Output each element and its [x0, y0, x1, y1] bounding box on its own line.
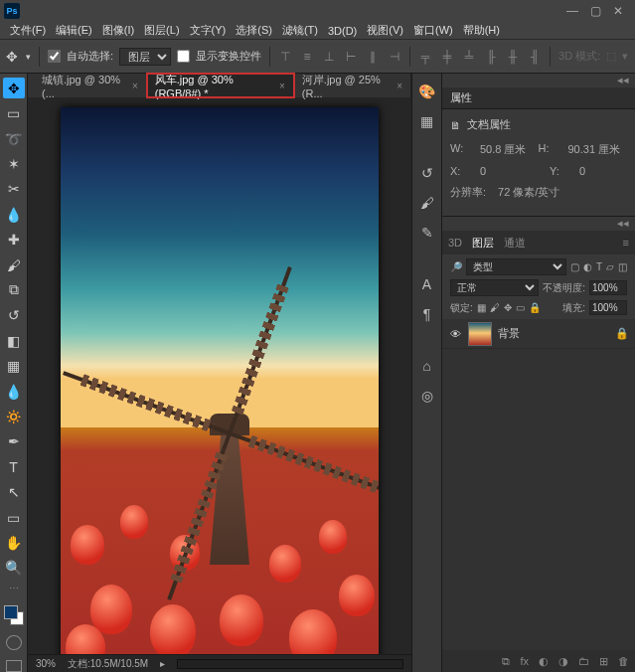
- lock-all-icon[interactable]: 🔒: [529, 302, 541, 313]
- hand-tool[interactable]: ✋: [3, 532, 25, 553]
- menu-select[interactable]: 选择(S): [232, 23, 276, 38]
- 3d-mode-dropdown-icon[interactable]: ▾: [622, 50, 628, 63]
- brush-presets-icon[interactable]: ✎: [417, 223, 437, 243]
- menu-window[interactable]: 窗口(W): [409, 23, 457, 38]
- lock-artboard-icon[interactable]: ▭: [516, 302, 525, 313]
- menu-help[interactable]: 帮助(H): [459, 23, 504, 38]
- swatches-panel-icon[interactable]: ▦: [417, 111, 437, 131]
- type-tool[interactable]: T: [3, 456, 25, 477]
- align-top-icon[interactable]: ⊤: [278, 50, 292, 64]
- marquee-tool[interactable]: ▭: [3, 102, 25, 123]
- layer-row-background[interactable]: 👁 背景 🔒: [442, 319, 635, 349]
- dist-bottom-icon[interactable]: ╧: [462, 50, 476, 64]
- filter-type-icon[interactable]: T: [596, 261, 602, 272]
- brush-tool[interactable]: 🖌: [3, 254, 25, 275]
- filter-adjust-icon[interactable]: ◐: [583, 261, 592, 272]
- dist-right-icon[interactable]: ╢: [528, 50, 542, 64]
- 3d-mode-icon[interactable]: ⬚: [606, 50, 616, 63]
- move-tool[interactable]: ✥: [3, 78, 25, 98]
- tab-close-icon[interactable]: ×: [397, 81, 402, 91]
- y-value[interactable]: 0: [579, 165, 597, 177]
- filter-pixel-icon[interactable]: ▢: [570, 261, 579, 272]
- lasso-tool[interactable]: ➰: [3, 128, 25, 149]
- filter-shape-icon[interactable]: ▱: [606, 261, 614, 272]
- dist-vcenter-icon[interactable]: ╪: [440, 50, 454, 64]
- panel-menu-icon[interactable]: ≡: [623, 237, 629, 249]
- pen-tool[interactable]: ✒: [3, 431, 25, 452]
- maximize-button[interactable]: ▢: [590, 4, 601, 18]
- libraries-panel-icon[interactable]: ⌂: [417, 356, 437, 376]
- path-select-tool[interactable]: ↖: [3, 482, 25, 503]
- filter-kind-dropdown[interactable]: 类型: [466, 258, 566, 275]
- collapse-layers-icon[interactable]: ◂◂: [442, 217, 635, 231]
- eyedropper-tool[interactable]: 💧: [3, 204, 25, 225]
- tab-close-icon[interactable]: ×: [132, 81, 138, 91]
- doc-info[interactable]: 文档:10.5M/10.5M: [68, 657, 148, 671]
- layer-name[interactable]: 背景: [498, 326, 520, 341]
- tab-3d[interactable]: 3D: [448, 237, 462, 249]
- opacity-input[interactable]: [589, 280, 627, 295]
- menu-image[interactable]: 图像(I): [98, 23, 138, 38]
- width-value[interactable]: 50.8 厘米: [480, 142, 526, 157]
- layer-group-icon[interactable]: 🗀: [578, 655, 589, 667]
- toolbar-more[interactable]: ⋯: [9, 583, 19, 593]
- delete-layer-icon[interactable]: 🗑: [618, 655, 629, 667]
- document-tab-2[interactable]: 河岸.jpg @ 25%(R... ×: [294, 74, 411, 97]
- lock-position-icon[interactable]: ✥: [504, 302, 512, 313]
- character-panel-icon[interactable]: A: [417, 274, 437, 294]
- show-transform-checkbox[interactable]: [177, 50, 190, 63]
- new-layer-icon[interactable]: ⊞: [599, 655, 608, 668]
- menu-view[interactable]: 视图(V): [363, 23, 407, 38]
- clone-stamp-tool[interactable]: ⧉: [3, 279, 25, 300]
- menu-edit[interactable]: 编辑(E): [52, 23, 96, 38]
- crop-tool[interactable]: ✂: [3, 179, 25, 200]
- height-value[interactable]: 90.31 厘米: [567, 142, 620, 157]
- dist-left-icon[interactable]: ╟: [484, 50, 498, 64]
- menu-layer[interactable]: 图层(L): [140, 23, 183, 38]
- status-scrollbar[interactable]: [177, 659, 403, 669]
- lock-transparency-icon[interactable]: ▦: [477, 302, 486, 313]
- adjustment-layer-icon[interactable]: ◑: [558, 655, 568, 668]
- document-tab-1[interactable]: 风车.jpg @ 30%(RGB/8#) * ×: [147, 74, 294, 97]
- filter-kind-icon[interactable]: 🔎: [450, 261, 462, 272]
- paragraph-panel-icon[interactable]: ¶: [417, 304, 437, 324]
- gradient-tool[interactable]: ▦: [3, 355, 25, 376]
- align-right-icon[interactable]: ⊣: [388, 50, 401, 64]
- foreground-color-swatch[interactable]: [4, 605, 18, 619]
- align-hcenter-icon[interactable]: ∥: [366, 50, 380, 64]
- link-layers-icon[interactable]: ⧉: [502, 655, 510, 668]
- tool-preset-dropdown-icon[interactable]: ▾: [26, 52, 31, 62]
- cc-panel-icon[interactable]: ◎: [417, 386, 437, 406]
- tab-layers[interactable]: 图层: [472, 236, 494, 251]
- auto-select-target-dropdown[interactable]: 图层: [119, 48, 171, 66]
- eraser-tool[interactable]: ◧: [3, 330, 25, 351]
- layer-fx-icon[interactable]: fx: [520, 655, 529, 667]
- dodge-tool[interactable]: 🔅: [3, 406, 25, 426]
- fill-input[interactable]: [589, 300, 627, 315]
- color-swatch[interactable]: [4, 605, 24, 624]
- history-panel-icon[interactable]: ↺: [417, 163, 437, 183]
- resolution-value[interactable]: 72 像素/英寸: [498, 185, 559, 200]
- close-button[interactable]: ✕: [613, 4, 623, 18]
- blend-mode-dropdown[interactable]: 正常: [450, 279, 539, 296]
- properties-panel-tab[interactable]: 属性: [442, 87, 635, 109]
- canvas-area[interactable]: [28, 97, 411, 654]
- color-panel-icon[interactable]: 🎨: [417, 82, 437, 101]
- align-left-icon[interactable]: ⊢: [344, 50, 358, 64]
- layer-thumbnail[interactable]: [468, 322, 492, 346]
- screen-mode-icon[interactable]: [6, 660, 22, 672]
- document-canvas[interactable]: [61, 107, 379, 654]
- blur-tool[interactable]: 💧: [3, 381, 25, 402]
- visibility-toggle-icon[interactable]: 👁: [448, 328, 462, 340]
- menu-type[interactable]: 文字(Y): [186, 23, 231, 38]
- lock-pixels-icon[interactable]: 🖌: [490, 302, 500, 313]
- align-vcenter-icon[interactable]: ≡: [300, 50, 314, 64]
- minimize-button[interactable]: —: [566, 4, 578, 18]
- collapse-panels-icon[interactable]: ◂◂: [442, 74, 635, 87]
- layer-mask-icon[interactable]: ◐: [539, 655, 549, 668]
- menu-filter[interactable]: 滤镜(T): [278, 23, 322, 38]
- tab-close-icon[interactable]: ×: [279, 81, 285, 91]
- dist-top-icon[interactable]: ╤: [418, 50, 432, 64]
- quick-select-tool[interactable]: ✶: [3, 153, 25, 174]
- zoom-tool[interactable]: 🔍: [3, 558, 25, 579]
